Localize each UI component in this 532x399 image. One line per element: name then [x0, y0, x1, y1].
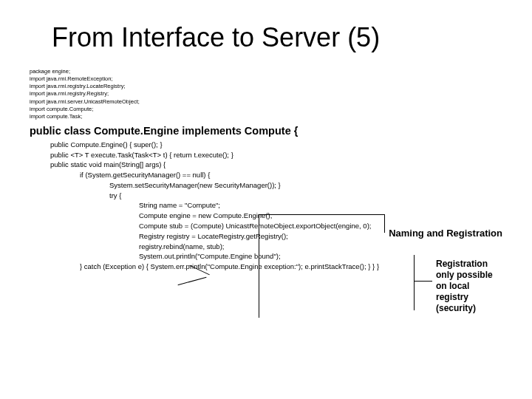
connector-line — [178, 277, 207, 285]
class-declaration: public class Compute.Engine implements C… — [30, 125, 502, 137]
import-line: import java.rmi.registry.LocateRegistry; — [30, 83, 502, 90]
code-line: public Compute.Engine() { super(); } — [50, 140, 502, 150]
slide: From Interface to Server (5) package eng… — [0, 0, 532, 399]
code-line: if (System.getSecurityManager() == null)… — [80, 170, 502, 180]
code-line: public static void main(String[] args) { — [50, 160, 502, 170]
import-line: import java.rmi.RemoteException; — [30, 75, 502, 83]
slide-title: From Interface to Server (5) — [52, 22, 502, 53]
annotation-naming: Naming and Registration — [389, 228, 502, 239]
code-line: String name = "Compute"; — [139, 200, 502, 211]
code-body: public Compute.Engine() { super(); } pub… — [30, 140, 502, 272]
connector-line — [259, 214, 259, 318]
code-line: try { — [109, 191, 502, 201]
import-line: import compute.Compute; — [30, 106, 502, 113]
annotation-registration: Registration only possible on local regi… — [436, 259, 502, 314]
code-line: registry.rebind(name, stub); — [139, 242, 502, 252]
connector-line — [414, 281, 432, 282]
import-line: import java.rmi.server.UnicastRemoteObje… — [30, 98, 502, 106]
code-line: Compute engine = new Compute.Engine(); — [139, 211, 502, 221]
import-line: import compute.Task; — [30, 113, 502, 120]
imports-block: package engine; import java.rmi.RemoteEx… — [30, 68, 502, 120]
code-line: System.setSecurityManager(new SecurityMa… — [109, 180, 502, 191]
connector-line — [259, 214, 384, 215]
connector-line — [414, 255, 415, 310]
connector-line — [384, 214, 385, 233]
import-line: package engine; — [30, 68, 502, 75]
code-line: public <T> T execute.Task(Task<T> t) { r… — [50, 150, 502, 160]
import-line: import java.rmi.registry.Registry; — [30, 90, 502, 98]
